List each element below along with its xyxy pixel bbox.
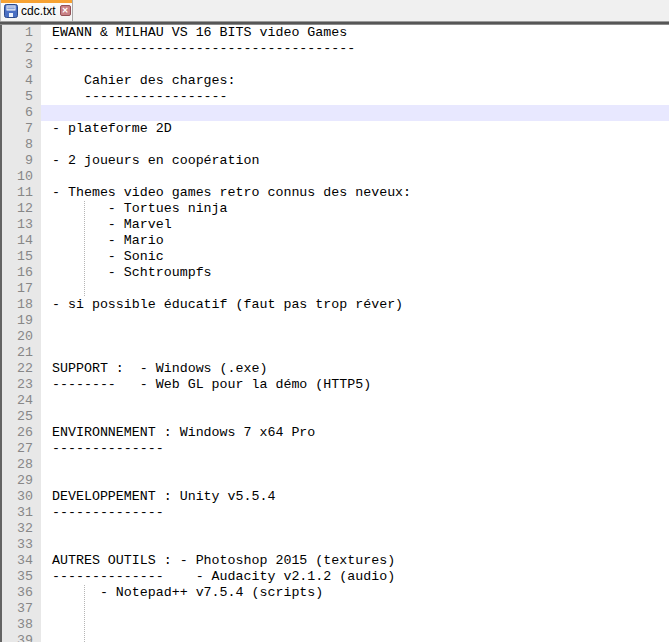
line-number[interactable]: 30: [2, 489, 33, 505]
line-number[interactable]: 22: [2, 361, 33, 377]
editor-line: [41, 393, 669, 409]
editor-line: ------------------: [41, 89, 669, 105]
application-window: cdc.txt ✕ 123456789101112131415161718192…: [0, 0, 669, 642]
text-editor-area[interactable]: EWANN & MILHAU VS 16 BITS video Games---…: [41, 25, 669, 642]
line-number[interactable]: 14: [2, 233, 33, 249]
editor-line: - Schtroumpfs: [41, 265, 669, 281]
editor-line: [41, 281, 669, 297]
line-number[interactable]: 35: [2, 569, 33, 585]
line-number[interactable]: 24: [2, 393, 33, 409]
line-number[interactable]: 8: [2, 137, 33, 153]
editor-line: [41, 617, 669, 633]
line-number[interactable]: 21: [2, 345, 33, 361]
editor-line: [41, 57, 669, 73]
line-number[interactable]: 4: [2, 73, 33, 89]
line-number[interactable]: 27: [2, 441, 33, 457]
line-number[interactable]: 29: [2, 473, 33, 489]
editor-line: AUTRES OUTILS : - Photoshop 2015 (textur…: [41, 553, 669, 569]
editor: 1234567891011121314151617181920212223242…: [0, 25, 669, 642]
line-number[interactable]: 2: [2, 41, 33, 57]
line-number[interactable]: 26: [2, 425, 33, 441]
line-number[interactable]: 34: [2, 553, 33, 569]
editor-line: [41, 521, 669, 537]
editor-line: [41, 313, 669, 329]
editor-line: SUPPORT : - Windows (.exe): [41, 361, 669, 377]
line-number[interactable]: 13: [2, 217, 33, 233]
editor-line: [41, 601, 669, 617]
editor-line: DEVELOPPEMENT : Unity v5.5.4: [41, 489, 669, 505]
line-number[interactable]: 10: [2, 169, 33, 185]
line-number[interactable]: 1: [2, 25, 33, 41]
editor-line: - Notepad++ v7.5.4 (scripts): [41, 585, 669, 601]
editor-line: [41, 457, 669, 473]
saved-file-floppy-icon: [4, 4, 18, 18]
line-number[interactable]: 39: [2, 633, 33, 642]
line-number[interactable]: 15: [2, 249, 33, 265]
notepadpp-window: { "window": { "tab": { "title": "cdc.txt…: [0, 0, 669, 642]
editor-line: [41, 633, 669, 642]
tab-title: cdc.txt: [21, 4, 56, 18]
line-number[interactable]: 16: [2, 265, 33, 281]
editor-line: Cahier des charges:: [41, 73, 669, 89]
editor-line: [41, 473, 669, 489]
line-number[interactable]: 5: [2, 89, 33, 105]
line-number[interactable]: 18: [2, 297, 33, 313]
tab-cdc-txt[interactable]: cdc.txt ✕: [0, 0, 73, 21]
editor-line: - Tortues ninja: [41, 201, 669, 217]
editor-line: --------------------------------------: [41, 41, 669, 57]
line-number[interactable]: 9: [2, 153, 33, 169]
line-number[interactable]: 38: [2, 617, 33, 633]
line-number[interactable]: 37: [2, 601, 33, 617]
editor-line: [41, 537, 669, 553]
line-number[interactable]: 6: [2, 105, 33, 121]
line-number[interactable]: 17: [2, 281, 33, 297]
editor-line: [41, 329, 669, 345]
line-number[interactable]: 33: [2, 537, 33, 553]
editor-line: - plateforme 2D: [41, 121, 669, 137]
editor-line: [41, 169, 669, 185]
tab-close-icon[interactable]: ✕: [60, 5, 71, 16]
editor-line: EWANN & MILHAU VS 16 BITS video Games: [41, 25, 669, 41]
editor-line: --------------: [41, 505, 669, 521]
line-number[interactable]: 31: [2, 505, 33, 521]
editor-line: -------------- - Audacity v2.1.2 (audio): [41, 569, 669, 585]
tab-bar: cdc.txt ✕: [0, 0, 669, 21]
editor-line: ENVIRONNEMENT : Windows 7 x64 Pro: [41, 425, 669, 441]
editor-line: --------------: [41, 441, 669, 457]
line-number[interactable]: 28: [2, 457, 33, 473]
line-number[interactable]: 25: [2, 409, 33, 425]
editor-line: [41, 409, 669, 425]
line-number[interactable]: 19: [2, 313, 33, 329]
line-number[interactable]: 12: [2, 201, 33, 217]
line-number[interactable]: 32: [2, 521, 33, 537]
editor-line: - 2 joueurs en coopération: [41, 153, 669, 169]
line-number[interactable]: 11: [2, 185, 33, 201]
active-tab-accent: [1, 0, 72, 3]
line-number-gutter[interactable]: 1234567891011121314151617181920212223242…: [2, 25, 41, 642]
editor-line: - Sonic: [41, 249, 669, 265]
editor-line: [41, 345, 669, 361]
line-number[interactable]: 20: [2, 329, 33, 345]
line-number[interactable]: 36: [2, 585, 33, 601]
editor-line: - Mario: [41, 233, 669, 249]
editor-line: -------- - Web GL pour la démo (HTTP5): [41, 377, 669, 393]
line-number[interactable]: 3: [2, 57, 33, 73]
line-number[interactable]: 7: [2, 121, 33, 137]
editor-line: - Themes video games retro connus des ne…: [41, 185, 669, 201]
editor-line: - Marvel: [41, 217, 669, 233]
line-number[interactable]: 23: [2, 377, 33, 393]
editor-line: [41, 137, 669, 153]
editor-line: - si possible éducatif (faut pas trop ré…: [41, 297, 669, 313]
editor-line: [41, 105, 669, 121]
